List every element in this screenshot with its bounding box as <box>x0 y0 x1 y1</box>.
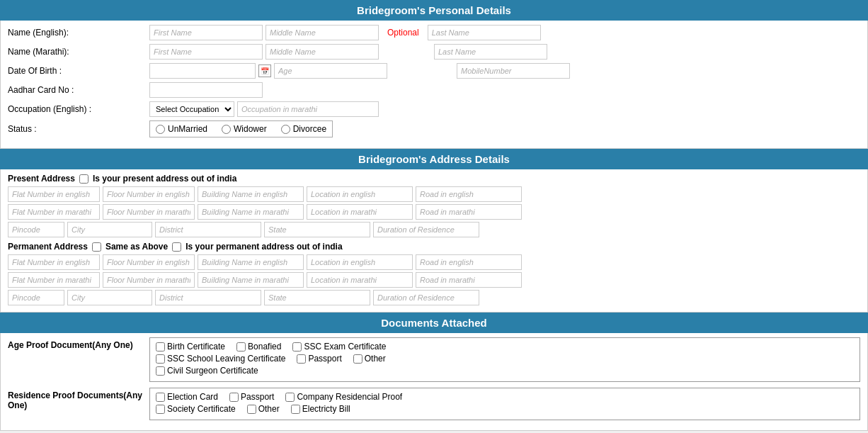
occupation-label: Occupation (English) : <box>8 104 149 114</box>
company-res-checkbox[interactable] <box>285 393 295 402</box>
check-ssc-exam: SSC Exam Certificate <box>292 342 386 352</box>
age-proof-row: Age Proof Document(Any One) Birth Certif… <box>8 337 860 382</box>
present-district[interactable] <box>155 222 261 237</box>
first-name-marathi[interactable] <box>149 44 263 60</box>
permanent-location-marathi[interactable] <box>307 272 413 288</box>
electricity-bill-label: Electricty Bill <box>302 404 350 414</box>
company-res-label: Company Residencial Proof <box>297 392 402 402</box>
present-state[interactable] <box>264 222 370 237</box>
permanent-road-english[interactable] <box>416 254 522 270</box>
permanent-same-as-above-text: Same as Above <box>105 242 168 252</box>
present-flat-marathi[interactable] <box>8 204 100 220</box>
calendar-icon[interactable]: 📅 <box>258 64 271 77</box>
permanent-flat-english[interactable] <box>8 254 100 270</box>
passport-age-label: Passport <box>308 354 341 364</box>
check-passport-age: Passport <box>297 354 341 364</box>
residence-proof-label: Residence Proof Documents(Any One) <box>8 388 149 410</box>
present-pincode[interactable] <box>8 222 64 237</box>
permanent-city[interactable] <box>67 290 152 305</box>
civil-surgeon-checkbox[interactable] <box>156 366 165 376</box>
permanent-flat-marathi[interactable] <box>8 272 100 288</box>
permanent-district[interactable] <box>155 290 261 305</box>
residence-proof-row: Residence Proof Documents(Any One) Elect… <box>8 388 860 420</box>
address-details-section: Present Address Is your present address … <box>0 169 868 313</box>
present-building-marathi[interactable] <box>198 204 304 220</box>
status-unmarried-label: UnMarried <box>168 124 207 134</box>
permanent-floor-english[interactable] <box>103 254 195 270</box>
name-english-fields: Optional <box>149 25 860 40</box>
status-widower-label: Widower <box>234 124 267 134</box>
status-unmarried-radio[interactable] <box>156 125 165 134</box>
permanent-location-english[interactable] <box>307 254 413 270</box>
passport-age-checkbox[interactable] <box>297 354 306 364</box>
present-location-english[interactable] <box>307 186 413 202</box>
permanent-state[interactable] <box>264 290 370 305</box>
age-input[interactable] <box>274 63 387 79</box>
present-addr-row-3 <box>8 222 860 237</box>
present-addr-row-2 <box>8 204 860 220</box>
occupation-row: Occupation (English) : Select Occupation <box>8 101 860 117</box>
check-other-age: Other <box>353 354 386 364</box>
ssc-school-checkbox[interactable] <box>156 354 165 364</box>
present-out-of-india-checkbox[interactable] <box>79 174 88 184</box>
permanent-duration[interactable] <box>373 290 479 305</box>
documents-content: Age Proof Document(Any One) Birth Certif… <box>1 333 867 430</box>
bonafied-label: Bonafied <box>248 342 281 352</box>
status-options: UnMarried Widower Divorcee <box>149 120 333 137</box>
birth-cert-checkbox[interactable] <box>156 342 165 352</box>
permanent-building-marathi[interactable] <box>198 272 304 288</box>
birth-cert-label: Birth Certificate <box>167 342 225 352</box>
aadhar-label: Aadhar Card No : <box>8 85 149 95</box>
aadhar-input[interactable] <box>149 82 263 98</box>
present-floor-english[interactable] <box>103 186 195 202</box>
ssc-school-label: SSC School Leaving Certificate <box>167 354 285 364</box>
present-city[interactable] <box>67 222 152 237</box>
permanent-out-of-india-checkbox[interactable] <box>172 242 181 252</box>
permanent-pincode[interactable] <box>8 290 64 305</box>
ssc-exam-checkbox[interactable] <box>292 342 302 352</box>
last-name-marathi[interactable] <box>434 44 547 60</box>
permanent-out-of-india-text: Is your permanent address out of india <box>185 242 342 252</box>
passport-res-label: Passport <box>241 392 274 402</box>
permanent-same-as-above-checkbox[interactable] <box>92 242 101 252</box>
other-res-checkbox[interactable] <box>247 405 256 414</box>
permanent-addr-row-2 <box>8 272 860 288</box>
present-flat-english[interactable] <box>8 186 100 202</box>
permanent-road-marathi[interactable] <box>416 272 522 288</box>
present-duration[interactable] <box>373 222 479 237</box>
mobile-input[interactable] <box>457 63 570 79</box>
check-ssc-school: SSC School Leaving Certificate <box>156 354 285 364</box>
society-cert-checkbox[interactable] <box>156 405 165 414</box>
other-age-checkbox[interactable] <box>353 354 362 364</box>
status-unmarried: UnMarried <box>156 124 207 134</box>
age-proof-label: Age Proof Document(Any One) <box>8 337 149 350</box>
last-name-english[interactable] <box>428 25 541 40</box>
check-other-res: Other <box>247 404 280 414</box>
present-floor-marathi[interactable] <box>103 204 195 220</box>
passport-res-checkbox[interactable] <box>229 393 239 402</box>
middle-name-english[interactable] <box>265 25 379 40</box>
occupation-fields: Select Occupation <box>149 101 860 117</box>
permanent-floor-marathi[interactable] <box>103 272 195 288</box>
status-row: Status : UnMarried Widower Divorcee <box>8 120 860 137</box>
address-details-header: Bridegroom's Address Details <box>0 149 868 169</box>
present-building-english[interactable] <box>198 186 304 202</box>
present-road-english[interactable] <box>416 186 522 202</box>
check-election-card: Election Card <box>156 392 218 402</box>
bonafied-checkbox[interactable] <box>236 342 246 352</box>
occupation-marathi[interactable] <box>237 101 379 117</box>
age-proof-row-3: Civil Surgeon Certificate <box>156 366 854 376</box>
permanent-building-english[interactable] <box>198 254 304 270</box>
status-label: Status : <box>8 124 149 134</box>
election-card-checkbox[interactable] <box>156 393 165 402</box>
present-location-marathi[interactable] <box>307 204 413 220</box>
status-divorcee-radio[interactable] <box>281 125 290 134</box>
dob-input[interactable] <box>149 63 256 79</box>
other-res-label: Other <box>258 404 280 414</box>
first-name-english[interactable] <box>149 25 263 40</box>
middle-name-marathi[interactable] <box>265 44 379 60</box>
occupation-select[interactable]: Select Occupation <box>149 101 234 117</box>
status-widower-radio[interactable] <box>222 125 231 134</box>
present-road-marathi[interactable] <box>416 204 522 220</box>
electricity-bill-checkbox[interactable] <box>291 405 300 414</box>
